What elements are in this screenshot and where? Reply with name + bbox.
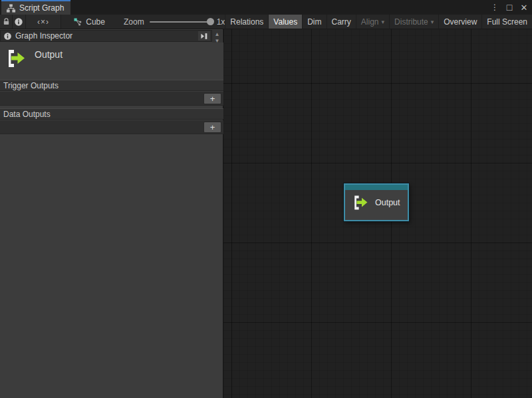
graph-owner-breadcrumb[interactable]: Cube	[73, 15, 105, 29]
full-screen-button[interactable]: Full Screen	[481, 15, 532, 29]
info-icon	[3, 32, 12, 41]
zoom-slider[interactable]	[150, 21, 211, 23]
trigger-outputs-list: +	[0, 92, 223, 106]
lock-icon	[2, 17, 11, 26]
zoom-label: Zoom	[124, 17, 144, 27]
trigger-outputs-header: Trigger Outputs	[0, 80, 223, 91]
graph-inspector-header: Graph Inspector	[0, 30, 212, 42]
output-node-header[interactable]	[345, 185, 408, 190]
window-menu-icon[interactable]: ⋮	[489, 1, 500, 13]
relations-button[interactable]: Relations	[225, 15, 268, 29]
maximize-icon[interactable]: □	[504, 1, 515, 13]
output-node-label: Output	[375, 198, 400, 207]
code-icon: ‹×›	[37, 17, 49, 27]
graph-owner-label: Cube	[86, 17, 105, 27]
plus-icon: +	[210, 94, 215, 103]
zoom-control: Zoom 1x	[124, 15, 225, 29]
add-trigger-output-button[interactable]: +	[203, 93, 221, 104]
selected-node-title: Output	[35, 49, 63, 60]
scroll-up-icon[interactable]: ▲	[215, 32, 220, 37]
data-outputs-list: +	[0, 120, 223, 134]
data-outputs-header: Data Outputs	[0, 108, 223, 120]
code-view-button[interactable]: ‹×›	[26, 15, 62, 29]
add-data-output-button[interactable]: +	[203, 122, 221, 133]
align-dropdown[interactable]: Align ▾	[356, 15, 389, 29]
dim-button[interactable]: Dim	[302, 15, 326, 29]
info-icon	[14, 17, 23, 27]
carry-button[interactable]: Carry	[327, 15, 356, 29]
tab-script-graph[interactable]: Script Graph	[1, 0, 70, 15]
inspector-toggle-button[interactable]	[13, 15, 25, 29]
tab-label: Script Graph	[19, 3, 64, 13]
output-node[interactable]: Output	[344, 183, 409, 221]
toolbar-buttons: Relations Values Dim Carry Align ▾ Distr…	[225, 15, 532, 29]
overview-button[interactable]: Overview	[438, 15, 481, 29]
inspector-title: Graph Inspector	[15, 31, 198, 41]
graph-inspector-panel: Graph Inspector ▲ ▼	[0, 29, 223, 398]
chevron-down-icon: ▾	[431, 19, 434, 25]
output-unit-icon	[6, 48, 26, 69]
graph-hierarchy-icon	[6, 3, 16, 13]
close-icon[interactable]: ✕	[519, 1, 529, 13]
script-graph-asset-icon	[73, 17, 82, 27]
graph-toolbar: ‹×› Cube Zoom 1x Relations	[0, 15, 532, 29]
plus-icon: +	[210, 123, 215, 132]
script-graph-window: Script Graph ⋮ □ ✕	[0, 0, 532, 398]
output-unit-icon	[352, 194, 368, 211]
dock-right-icon	[200, 33, 208, 40]
zoom-slider-thumb[interactable]	[207, 18, 214, 25]
graph-canvas[interactable]: Output	[223, 29, 532, 398]
distribute-dropdown[interactable]: Distribute ▾	[389, 15, 438, 29]
title-bar: Script Graph ⋮ □ ✕	[0, 0, 532, 15]
dock-inspector-button[interactable]	[198, 31, 210, 41]
lock-button[interactable]	[0, 15, 13, 29]
zoom-value: 1x	[217, 17, 225, 27]
chevron-down-icon: ▾	[382, 19, 385, 25]
values-button[interactable]: Values	[268, 15, 302, 29]
window-controls: ⋮ □ ✕	[489, 0, 529, 15]
